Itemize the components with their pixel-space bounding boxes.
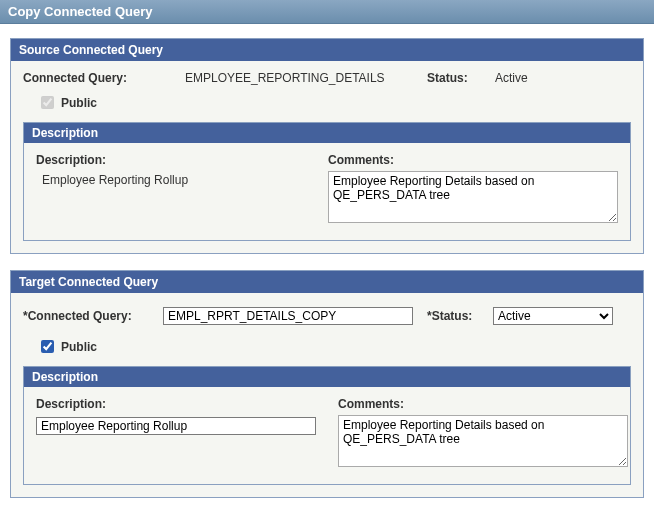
- target-desc-section-title: Description: [32, 370, 98, 384]
- target-comments-textarea[interactable]: [338, 415, 628, 467]
- source-comments-textarea: [328, 171, 618, 223]
- target-panel-body: *Connected Query: *Status: Active Inacti…: [11, 293, 643, 497]
- target-desc-input[interactable]: [36, 417, 316, 435]
- source-comments-label: Comments:: [328, 153, 618, 167]
- target-desc-header: Description: [24, 367, 630, 387]
- source-cq-label: Connected Query:: [23, 71, 173, 85]
- target-status-label: *Status:: [427, 309, 483, 323]
- target-comments-label: Comments:: [338, 397, 628, 411]
- source-panel-title: Source Connected Query: [19, 43, 163, 57]
- source-panel-body: Connected Query: EMPLOYEE_REPORTING_DETA…: [11, 61, 643, 253]
- target-public-checkbox[interactable]: [41, 340, 54, 353]
- target-status-select[interactable]: Active Inactive: [493, 307, 613, 325]
- main-content: Source Connected Query Connected Query: …: [0, 24, 654, 509]
- target-panel-title: Target Connected Query: [19, 275, 158, 289]
- source-panel-header: Source Connected Query: [11, 39, 643, 61]
- target-panel-header: Target Connected Query: [11, 271, 643, 293]
- target-public-label: Public: [61, 340, 97, 354]
- source-desc-header: Description: [24, 123, 630, 143]
- page-title-bar: Copy Connected Query: [0, 0, 654, 24]
- source-desc-panel: Description Description: Employee Report…: [23, 122, 631, 241]
- target-cq-label: *Connected Query:: [23, 309, 153, 323]
- source-public-label: Public: [61, 96, 97, 110]
- source-desc-value: Employee Reporting Rollup: [42, 173, 306, 187]
- target-desc-label: Description:: [36, 397, 316, 411]
- target-cq-input[interactable]: [163, 307, 413, 325]
- source-status-value: Active: [495, 71, 528, 85]
- target-panel: Target Connected Query *Connected Query:…: [10, 270, 644, 498]
- source-public-checkbox: [41, 96, 54, 109]
- target-desc-panel: Description Description: Comments:: [23, 366, 631, 485]
- source-desc-section-title: Description: [32, 126, 98, 140]
- source-cq-value: EMPLOYEE_REPORTING_DETAILS: [185, 71, 415, 85]
- page-title: Copy Connected Query: [8, 4, 152, 19]
- source-desc-label: Description:: [36, 153, 306, 167]
- source-desc-body: Description: Employee Reporting Rollup C…: [24, 143, 630, 240]
- target-desc-body: Description: Comments:: [24, 387, 630, 484]
- source-status-label: Status:: [427, 71, 483, 85]
- target-public-wrap: Public: [37, 337, 631, 356]
- source-panel: Source Connected Query Connected Query: …: [10, 38, 644, 254]
- source-public-wrap: Public: [37, 93, 631, 112]
